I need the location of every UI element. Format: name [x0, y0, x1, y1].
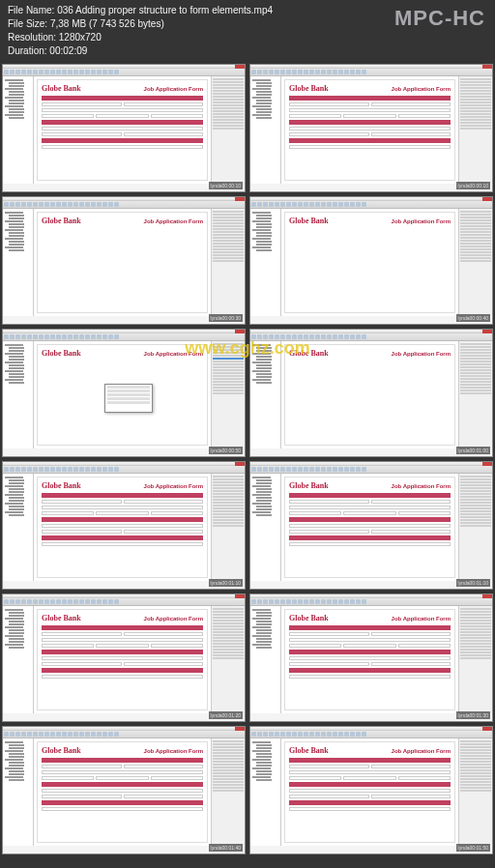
property-row[interactable] [460, 366, 491, 368]
property-row[interactable] [213, 510, 244, 512]
form-input[interactable] [151, 511, 203, 515]
toolbar-button[interactable] [102, 70, 107, 74]
tree-item[interactable] [9, 226, 24, 228]
property-row[interactable] [460, 752, 491, 754]
tree-item[interactable] [252, 238, 271, 240]
tree-item[interactable] [9, 615, 24, 617]
property-row[interactable] [460, 510, 491, 512]
form-input[interactable] [289, 530, 369, 534]
tree-item[interactable] [5, 759, 23, 761]
toolbar-button[interactable] [321, 599, 326, 604]
tree-item[interactable] [9, 497, 24, 499]
tree-item[interactable] [256, 235, 272, 237]
toolbar-button[interactable] [275, 334, 279, 339]
toolbar-button[interactable] [327, 467, 332, 472]
toolbar-button[interactable] [4, 334, 9, 339]
toolbar-button[interactable] [27, 202, 32, 207]
toolbar-button[interactable] [50, 202, 55, 207]
toolbar-button[interactable] [15, 599, 20, 604]
toolbar-button[interactable] [315, 599, 320, 604]
property-row[interactable] [460, 211, 491, 213]
toolbar-button[interactable] [68, 599, 73, 604]
property-row[interactable] [213, 361, 244, 362]
form-input[interactable] [42, 675, 203, 679]
form-input[interactable] [289, 638, 451, 642]
property-row[interactable] [213, 346, 244, 348]
property-row[interactable] [460, 478, 491, 480]
property-row[interactable] [460, 643, 491, 645]
toolbar-button[interactable] [50, 467, 55, 472]
property-row[interactable] [460, 125, 491, 127]
tree-item[interactable] [9, 747, 24, 749]
form-input[interactable] [371, 500, 451, 504]
tree-item[interactable] [9, 347, 24, 349]
tree-item[interactable] [9, 235, 24, 237]
property-row[interactable] [460, 502, 491, 504]
property-row[interactable] [460, 631, 491, 633]
toolbar-button[interactable] [33, 202, 38, 207]
tree-item[interactable] [256, 497, 272, 499]
toolbar-button[interactable] [85, 732, 90, 737]
tree-item[interactable] [256, 359, 272, 361]
toolbar-button[interactable] [62, 334, 67, 339]
toolbar-button[interactable] [333, 732, 337, 737]
property-row[interactable] [460, 343, 491, 345]
tree-item[interactable] [5, 750, 23, 752]
toolbar-button[interactable] [263, 599, 268, 604]
toolbar-button[interactable] [344, 732, 349, 737]
property-row[interactable] [460, 749, 491, 751]
property-row[interactable] [460, 369, 491, 371]
tree-item[interactable] [9, 359, 24, 361]
tree-item[interactable] [252, 229, 271, 231]
tree-item[interactable] [256, 347, 272, 349]
tree-item[interactable] [5, 88, 23, 90]
property-row[interactable] [213, 248, 244, 250]
tree-item[interactable] [5, 511, 23, 513]
property-row[interactable] [213, 499, 244, 501]
form-input[interactable] [289, 776, 341, 780]
toolbar-button[interactable] [286, 467, 291, 472]
toolbar-button[interactable] [91, 732, 96, 737]
toolbar-button[interactable] [356, 599, 361, 604]
property-row[interactable] [460, 625, 491, 627]
toolbar-button[interactable] [62, 599, 67, 604]
property-row[interactable] [460, 361, 491, 362]
tree-item[interactable] [9, 111, 24, 113]
property-row[interactable] [460, 372, 491, 374]
tree-item[interactable] [5, 79, 23, 81]
property-row[interactable] [213, 113, 244, 115]
toolbar-button[interactable] [269, 70, 274, 74]
toolbar-button[interactable] [315, 467, 320, 472]
toolbar-button[interactable] [85, 202, 90, 207]
toolbar-button[interactable] [338, 70, 343, 74]
property-row[interactable] [213, 372, 244, 374]
toolbar-button[interactable] [91, 202, 96, 207]
toolbar-button[interactable] [263, 334, 268, 339]
close-icon[interactable] [235, 462, 245, 466]
toolbar-button[interactable] [257, 334, 262, 339]
toolbar-button[interactable] [79, 467, 84, 472]
tree-item[interactable] [9, 244, 24, 246]
tree-item[interactable] [9, 241, 24, 243]
form-input[interactable] [42, 500, 122, 504]
toolbar-button[interactable] [73, 70, 78, 74]
property-row[interactable] [460, 522, 491, 524]
tree-item[interactable] [9, 364, 24, 366]
property-row[interactable] [213, 110, 244, 112]
form-input[interactable] [289, 102, 369, 106]
tree-item[interactable] [9, 753, 24, 755]
toolbar-button[interactable] [85, 599, 90, 604]
toolbar-button[interactable] [44, 732, 49, 737]
property-row[interactable] [213, 119, 244, 121]
tree-item[interactable] [5, 362, 23, 363]
tree-item[interactable] [256, 647, 272, 649]
toolbar-button[interactable] [21, 334, 26, 339]
form-input[interactable] [42, 108, 203, 112]
tree-item[interactable] [9, 506, 24, 507]
toolbar-button[interactable] [275, 70, 279, 74]
tree-item[interactable] [9, 223, 24, 225]
form-input[interactable] [42, 127, 203, 130]
tree-item[interactable] [256, 117, 272, 119]
property-row[interactable] [460, 743, 491, 745]
property-row[interactable] [213, 81, 244, 83]
